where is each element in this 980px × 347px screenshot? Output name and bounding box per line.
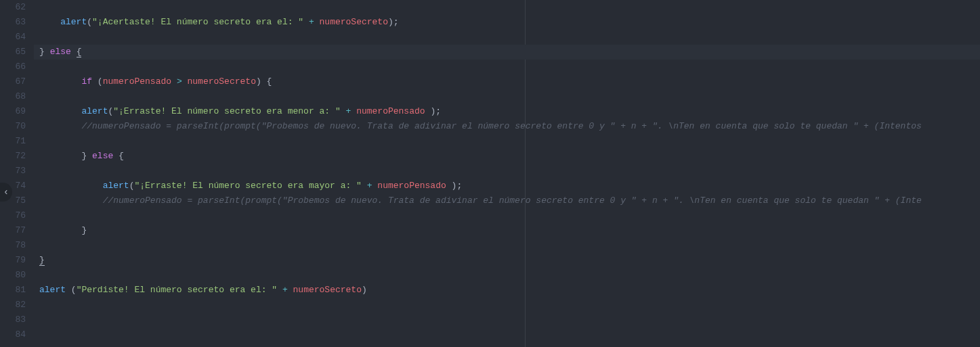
chevron-left-icon: ‹ — [3, 187, 9, 198]
operator: + — [367, 181, 372, 191]
line-number: 69 — [0, 104, 26, 119]
paren: ) — [256, 76, 261, 87]
paren: ) — [388, 17, 393, 27]
code-line[interactable]: } else { — [34, 149, 980, 164]
variable: numeroPensado — [377, 181, 446, 191]
paren: ( — [98, 76, 103, 87]
brace: { — [77, 47, 82, 57]
brace: } — [81, 151, 87, 161]
function-call: alert — [103, 181, 129, 191]
line-number: 80 — [0, 268, 26, 283]
operator: > — [177, 76, 182, 87]
line-number: 65 — [0, 45, 26, 60]
code-line[interactable] — [34, 0, 980, 15]
code-line[interactable]: //numeroPensado = parseInt(prompt("Probe… — [34, 119, 980, 134]
line-number: 73 — [0, 164, 26, 179]
line-number: 64 — [0, 30, 26, 45]
line-number: 63 — [0, 15, 26, 30]
line-number: 76 — [0, 208, 26, 223]
code-line[interactable]: //numeroPensado = parseInt(prompt("Probe… — [34, 193, 980, 208]
semicolon: ; — [456, 181, 462, 191]
line-number: 71 — [0, 134, 26, 149]
line-number: 62 — [0, 0, 26, 15]
code-line[interactable] — [34, 313, 980, 327]
line-number: 81 — [0, 283, 26, 298]
semicolon: ; — [435, 106, 441, 116]
function-call: alert — [60, 17, 87, 27]
code-line[interactable] — [34, 327, 980, 342]
code-line[interactable]: alert ("Perdiste! El número secreto era … — [34, 283, 980, 298]
string-literal: "¡Erraste! El número secreto era mayor a… — [134, 181, 361, 191]
code-line[interactable] — [34, 134, 980, 149]
code-line[interactable]: alert("¡Erraste! El número secreto era m… — [34, 179, 980, 193]
code-line[interactable] — [34, 30, 980, 45]
variable: numeroSecreto — [188, 76, 256, 87]
code-line[interactable] — [34, 268, 980, 283]
operator: + — [282, 285, 288, 295]
code-line[interactable]: } — [34, 253, 980, 268]
paren: ( — [71, 285, 77, 295]
brace: } — [39, 47, 45, 57]
code-line[interactable] — [34, 208, 980, 223]
code-line[interactable]: alert("¡Acertaste! El número secreto era… — [34, 15, 980, 30]
brace: } — [39, 255, 45, 266]
code-content[interactable]: alert("¡Acertaste! El número secreto era… — [34, 0, 980, 347]
code-line[interactable]: } — [34, 223, 980, 238]
line-number: 67 — [0, 74, 26, 89]
line-number: 78 — [0, 238, 26, 253]
code-editor[interactable]: 62 63 64 65 66 67 68 69 70 71 72 73 74 7… — [0, 0, 980, 347]
code-line[interactable] — [34, 298, 980, 313]
line-number: 83 — [0, 313, 26, 327]
line-number: 70 — [0, 119, 26, 134]
line-number: 77 — [0, 223, 26, 238]
semicolon: ; — [393, 17, 399, 27]
comment: //numeroPensado = parseInt(prompt("Probe… — [103, 195, 922, 206]
code-line[interactable]: alert("¡Erraste! El número secreto era m… — [34, 104, 980, 119]
line-number-gutter: 62 63 64 65 66 67 68 69 70 71 72 73 74 7… — [0, 0, 34, 347]
paren: ( — [87, 17, 92, 27]
code-line[interactable]: if (numeroPensado > numeroSecreto) { — [34, 74, 980, 89]
line-number: 82 — [0, 298, 26, 313]
line-number: 84 — [0, 327, 26, 342]
keyword: if — [81, 76, 92, 87]
comment: //numeroPensado = parseInt(prompt("Probe… — [81, 121, 921, 131]
string-literal: "¡Erraste! El número secreto era menor a… — [113, 106, 340, 116]
code-line[interactable] — [34, 60, 980, 74]
code-line[interactable]: } else { — [34, 45, 980, 60]
operator: + — [346, 106, 351, 116]
paren: ) — [362, 285, 367, 295]
brace: { — [267, 76, 272, 87]
variable: numeroSecreto — [320, 17, 388, 27]
function-call: alert — [81, 106, 108, 116]
string-literal: "¡Acertaste! El número secreto era el: " — [92, 17, 303, 27]
code-line[interactable] — [34, 164, 980, 179]
variable: numeroPensado — [356, 106, 425, 116]
variable: numeroPensado — [103, 76, 171, 87]
function-call: alert — [39, 285, 66, 295]
keyword: else — [92, 151, 113, 161]
variable: numeroSecreto — [293, 285, 362, 295]
line-number: 79 — [0, 253, 26, 268]
brace: } — [81, 225, 87, 235]
brace: { — [119, 151, 124, 161]
line-number: 68 — [0, 89, 26, 104]
line-number: 72 — [0, 149, 26, 164]
line-number: 66 — [0, 60, 26, 74]
operator: + — [309, 17, 314, 27]
string-literal: "Perdiste! El número secreto era el: " — [77, 285, 277, 295]
keyword: else — [50, 47, 71, 57]
code-line[interactable] — [34, 89, 980, 104]
code-line[interactable] — [34, 238, 980, 253]
